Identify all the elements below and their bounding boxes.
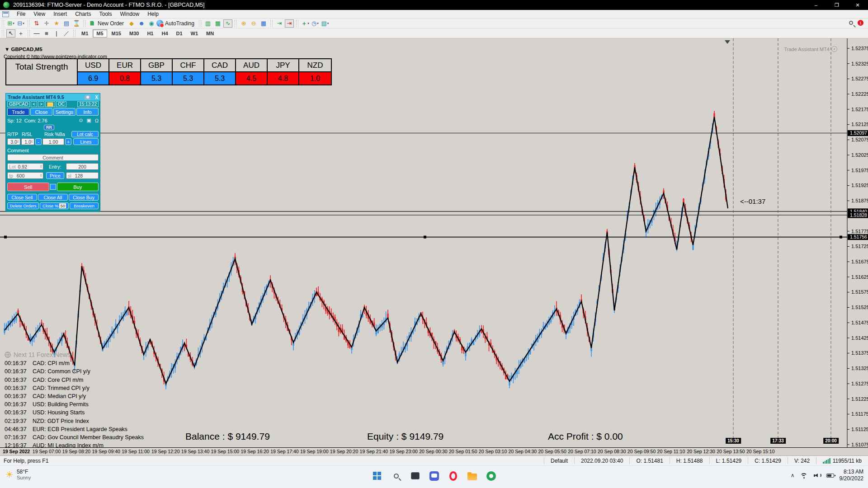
strategy-tester-button[interactable]: ⌛: [72, 19, 81, 28]
timeframe-m30[interactable]: M30: [126, 29, 142, 38]
bar-chart-button[interactable]: ▥: [203, 19, 212, 28]
autotrading-button[interactable]: AutoTrading: [165, 20, 194, 27]
taskbar-search-icon[interactable]: [390, 470, 402, 482]
close-all-button[interactable]: Close All: [38, 194, 68, 201]
trendline-tool[interactable]: ／: [62, 29, 71, 38]
timeframe-m5[interactable]: M5: [93, 29, 107, 38]
task-view-icon[interactable]: [409, 470, 421, 482]
line-chart-button[interactable]: ∿: [223, 19, 232, 28]
hline-handle[interactable]: [840, 236, 842, 239]
tab-settings[interactable]: Settings: [53, 108, 75, 116]
crosshair-tool[interactable]: ＋: [16, 29, 25, 38]
chart-symbol-label[interactable]: ▼ GBPCAD,M5: [5, 47, 42, 52]
candlestick-button[interactable]: ▦: [213, 19, 222, 28]
volume-icon[interactable]: [814, 472, 821, 479]
panel-close-icon[interactable]: X: [95, 95, 98, 100]
timeframe-h1[interactable]: H1: [143, 29, 157, 38]
profiles-button[interactable]: ⊟▾: [16, 19, 25, 28]
tab-info[interactable]: Info: [76, 108, 99, 116]
indicators-button[interactable]: ＋▾: [301, 19, 310, 28]
experts-button[interactable]: ☻: [137, 19, 146, 28]
comment-input[interactable]: Comment: [7, 154, 99, 161]
menu-window[interactable]: Window: [116, 10, 144, 18]
tp-input[interactable]: tp600: [7, 172, 43, 179]
new-order-icon[interactable]: 🗎: [88, 19, 97, 28]
menu-tools[interactable]: Tools: [95, 10, 116, 18]
search-icon[interactable]: [849, 21, 853, 25]
rtp-input[interactable]: 3.0: [7, 138, 20, 145]
chart-area[interactable]: 1.523751.523251.522751.522251.521751.521…: [0, 38, 868, 447]
sl-input[interactable]: sl128: [66, 172, 99, 179]
timeframe-m15[interactable]: M15: [108, 29, 125, 38]
close-percent-button[interactable]: Close % 50: [40, 202, 69, 209]
opera-icon[interactable]: [447, 470, 459, 482]
sell-button[interactable]: Sell: [7, 183, 49, 191]
metaeditor-button[interactable]: ◆: [127, 19, 136, 28]
camera-icon[interactable]: [831, 46, 837, 52]
menu-charts[interactable]: Charts: [71, 10, 95, 18]
risk-input[interactable]: 1.00: [42, 138, 64, 145]
green-app-icon[interactable]: [485, 470, 497, 482]
screenshot-icon[interactable]: [85, 95, 90, 100]
entry-input[interactable]: 200: [66, 163, 99, 170]
auto-scroll-button[interactable]: ⇥: [275, 19, 284, 28]
minimize-button[interactable]: –: [806, 0, 826, 10]
timeframe-d1[interactable]: D1: [173, 29, 186, 38]
lines-button[interactable]: Lines: [73, 138, 99, 145]
risk-minus-button[interactable]: -: [35, 138, 42, 145]
lot-calc-button[interactable]: Lot calc: [71, 131, 99, 137]
rsl-input[interactable]: 1.0: [21, 138, 34, 145]
symbol-folder-icon[interactable]: [45, 101, 55, 107]
file-explorer-icon[interactable]: [466, 470, 478, 482]
risk-plus-button[interactable]: +: [65, 138, 71, 145]
trade-assistant-titlebar[interactable]: Trade Assistant MT4 9.5 X: [6, 94, 100, 101]
menu-help[interactable]: Help: [143, 10, 163, 18]
navigator-button[interactable]: ★: [52, 19, 61, 28]
menu-file[interactable]: File: [13, 10, 29, 18]
lot-input[interactable]: Lot0.92: [7, 163, 43, 170]
bell-icon[interactable]: Ω: [95, 118, 99, 123]
terminal-button[interactable]: ▤: [62, 19, 71, 28]
chat-icon[interactable]: [428, 470, 440, 482]
timeframe-h4[interactable]: H4: [158, 29, 171, 38]
templates-button[interactable]: ▧▾: [321, 19, 330, 28]
new-chart-button[interactable]: ⊞▾: [6, 19, 15, 28]
delete-orders-button[interactable]: Delete Orders: [7, 202, 39, 209]
wifi-icon[interactable]: [800, 472, 808, 479]
periods-button[interactable]: ◷▾: [311, 19, 320, 28]
close-sell-button[interactable]: Close Sell: [7, 194, 37, 201]
hline-handle[interactable]: [424, 236, 426, 239]
copy-icon[interactable]: ▣: [86, 117, 91, 123]
zoom-in-button[interactable]: ⊕: [239, 19, 248, 28]
zoom-out-button[interactable]: ⊖: [249, 19, 258, 28]
breakeven-button[interactable]: Breakeven: [70, 202, 99, 209]
swap-square-button[interactable]: [50, 184, 56, 190]
market-watch-button[interactable]: ⇅: [32, 19, 41, 28]
timeframe-mn[interactable]: MN: [203, 29, 217, 38]
tray-overflow-chevron[interactable]: ∧: [791, 472, 795, 479]
menu-view[interactable]: View: [29, 10, 49, 18]
timeframe-m1[interactable]: M1: [78, 29, 92, 38]
weather-widget[interactable]: ☀ 58°F Sunny: [5, 469, 31, 480]
hline-tool[interactable]: —: [32, 29, 41, 38]
timeframe-w1[interactable]: W1: [187, 29, 202, 38]
data-window-button[interactable]: ✛: [42, 19, 51, 28]
close-button[interactable]: ✕: [847, 0, 868, 10]
hline-handle[interactable]: [4, 236, 7, 239]
battery-icon[interactable]: [826, 474, 834, 478]
clock-widget[interactable]: 8:13 AM 9/20/2022: [840, 469, 863, 482]
panel-symbol-selector[interactable]: GBPCAD: [7, 101, 30, 107]
buy-button[interactable]: Buy: [57, 183, 99, 191]
tile-windows-button[interactable]: ▦: [259, 19, 268, 28]
restore-button[interactable]: ❐: [826, 0, 847, 10]
symbol-next-button[interactable]: >: [38, 101, 44, 107]
trade-assistant-overlay-label[interactable]: Trade Assistant MT4: [784, 46, 837, 52]
new-order-button[interactable]: New Order: [98, 20, 124, 27]
eye-icon[interactable]: ⊙: [79, 117, 83, 123]
channel-tool[interactable]: ■: [42, 29, 51, 38]
tab-trade[interactable]: Trade: [7, 108, 29, 116]
close-buy-button[interactable]: Close Buy: [69, 194, 99, 201]
signals-button[interactable]: ◉: [147, 19, 156, 28]
menu-insert[interactable]: Insert: [49, 10, 71, 18]
cursor-tool[interactable]: ↖: [6, 29, 15, 38]
